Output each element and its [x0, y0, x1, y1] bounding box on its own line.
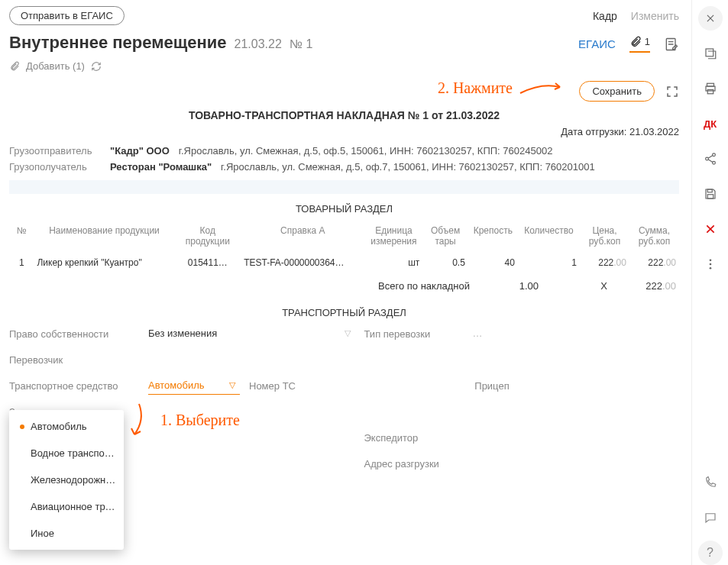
- dk-badge[interactable]: ДК: [698, 111, 723, 136]
- save-button[interactable]: Сохранить: [579, 81, 655, 102]
- receiver-name: Ресторан "Ромашка": [110, 161, 212, 173]
- save-disk-icon[interactable]: [698, 182, 723, 206]
- paperclip-icon: [9, 61, 20, 72]
- transport-type-label: Тип перевозки: [364, 328, 464, 340]
- print-icon[interactable]: [698, 76, 723, 101]
- svg-point-12: [709, 267, 711, 270]
- receiver-address: г.Ярославль, ул. Смежная, д.5, оф.7, 150…: [221, 161, 595, 173]
- paperclip-icon: [629, 36, 642, 48]
- chevron-down-icon: ▽: [229, 380, 235, 390]
- vehicle-number-input[interactable]: [305, 376, 465, 395]
- svg-rect-1: [706, 49, 713, 56]
- separator-bar: [9, 180, 679, 194]
- forwarder-label: Экспедитор: [364, 432, 464, 444]
- kadr-link[interactable]: Кадр: [593, 10, 617, 22]
- phone-icon[interactable]: [698, 470, 723, 495]
- dropdown-item-other[interactable]: Иное: [9, 520, 124, 547]
- load-address-input[interactable]: [148, 454, 355, 473]
- vehicle-type-dropdown: Автомобиль Водное транспо… Железнодорожн…: [9, 410, 124, 550]
- dropdown-item-auto[interactable]: Автомобиль: [9, 413, 124, 440]
- page-title: Внутреннее перемещение: [9, 33, 227, 53]
- sender-label: Грузоотправитель: [9, 145, 101, 157]
- dropdown-item-water[interactable]: Водное транспо…: [9, 440, 124, 467]
- refresh-icon[interactable]: [91, 61, 102, 72]
- egais-link[interactable]: ЕГАИС: [578, 37, 616, 50]
- window-icon[interactable]: [698, 41, 723, 66]
- vehicle-label: Транспортное средство: [9, 380, 139, 392]
- title-date: 21.03.22: [235, 37, 282, 51]
- svg-point-10: [709, 259, 711, 261]
- redirect-input[interactable]: [148, 480, 679, 499]
- table-total-row: Всего по накладной 1.00 X 222.00: [9, 274, 679, 299]
- delete-icon[interactable]: [698, 217, 723, 241]
- annotation-step1: 1. Выберите: [124, 401, 240, 439]
- vehicle-type-select[interactable]: Автомобиль ▽: [148, 376, 240, 395]
- trailer-input[interactable]: [519, 376, 679, 395]
- svg-rect-8: [707, 189, 712, 192]
- attachments-count: 1: [645, 36, 650, 47]
- right-sidebar: ДК ?: [691, 0, 728, 565]
- chevron-down-icon: ▽: [345, 328, 351, 338]
- carrier-label: Перевозчик: [9, 354, 139, 366]
- more-icon[interactable]: [698, 252, 723, 276]
- goods-table: № Наименование продукции Код продукции С…: [9, 221, 679, 274]
- dropdown-item-air[interactable]: Авиационное тр…: [9, 493, 124, 520]
- help-icon[interactable]: ?: [698, 541, 723, 565]
- transport-section-title: ТРАНСПОРТНЫЙ РАЗДЕЛ: [9, 307, 679, 318]
- chat-icon[interactable]: [698, 505, 723, 530]
- sender-address: г.Ярославль, ул. Смежная, д.5, оф.5, 150…: [179, 145, 553, 157]
- unload-address-input[interactable]: [473, 454, 680, 473]
- send-to-egais-button[interactable]: Отправить в ЕГАИС: [9, 6, 125, 25]
- sender-name: "Кадр" ООО: [110, 145, 170, 157]
- transport-type-select[interactable]: …: [473, 324, 680, 343]
- dropdown-item-rail[interactable]: Железнодорожн…: [9, 467, 124, 493]
- share-icon[interactable]: [698, 147, 723, 171]
- svg-point-11: [709, 263, 711, 266]
- goods-section-title: ТОВАРНЫЙ РАЗДЕЛ: [9, 203, 679, 215]
- add-attachment-link[interactable]: Добавить (1): [26, 60, 85, 72]
- ownership-select[interactable]: Без изменения ▽: [148, 324, 355, 343]
- vehicle-number-label: Номер ТС: [249, 380, 296, 392]
- edit-document-icon[interactable]: [664, 37, 679, 52]
- svg-rect-4: [707, 90, 713, 94]
- attachments-tab[interactable]: 1: [629, 36, 650, 53]
- receiver-label: Грузополучатель: [9, 161, 101, 173]
- annotation-step2: 2. Нажмите: [438, 79, 565, 97]
- document-title: ТОВАРНО-ТРАНСПОРТНАЯ НАКЛАДНАЯ № 1 от 21…: [9, 109, 679, 121]
- change-link[interactable]: Изменить: [631, 10, 679, 22]
- ownership-label: Право собственности: [9, 328, 139, 340]
- trailer-label: Прицеп: [474, 380, 509, 392]
- forwarder-input[interactable]: [473, 428, 680, 447]
- title-number: № 1: [290, 37, 313, 51]
- table-row[interactable]: 1 Ликер крепкий "Куантро" 015411… TEST-F…: [9, 251, 679, 274]
- fullscreen-icon[interactable]: [665, 85, 679, 98]
- carrier-input[interactable]: [148, 350, 679, 369]
- unload-address-label: Адрес разгрузки: [364, 458, 464, 470]
- shipment-date: Дата отгрузки: 21.03.2022: [9, 126, 679, 137]
- svg-rect-9: [707, 195, 713, 199]
- close-icon[interactable]: [698, 6, 723, 31]
